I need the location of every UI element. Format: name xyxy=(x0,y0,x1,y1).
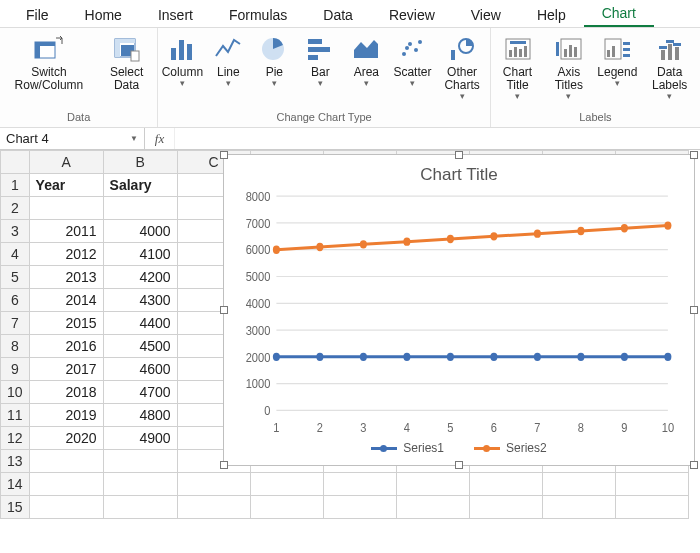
cell[interactable] xyxy=(615,473,688,496)
formula-input[interactable] xyxy=(175,128,700,149)
cell[interactable] xyxy=(615,496,688,519)
row-header[interactable]: 12 xyxy=(1,427,30,450)
row-header[interactable]: 10 xyxy=(1,381,30,404)
other-charts-button[interactable]: Other Charts▾ xyxy=(436,32,487,102)
cell[interactable] xyxy=(396,473,469,496)
cell[interactable]: 4700 xyxy=(103,381,177,404)
tab-insert[interactable]: Insert xyxy=(140,3,211,27)
fx-label[interactable]: fx xyxy=(145,128,175,149)
cell[interactable] xyxy=(29,473,103,496)
tab-view[interactable]: View xyxy=(453,3,519,27)
cell[interactable] xyxy=(542,473,615,496)
row-header[interactable]: 7 xyxy=(1,312,30,335)
cell[interactable]: 4200 xyxy=(103,266,177,289)
tab-review[interactable]: Review xyxy=(371,3,453,27)
chart-legend[interactable]: Series1 Series2 xyxy=(230,441,688,459)
scatter-button[interactable]: Scatter▾ xyxy=(390,32,434,92)
cell[interactable] xyxy=(29,496,103,519)
cell[interactable] xyxy=(250,496,323,519)
data-labels-button[interactable]: Data Labels▾ xyxy=(641,32,698,102)
cell[interactable]: 4100 xyxy=(103,243,177,266)
cell[interactable]: 2012 xyxy=(29,243,103,266)
resize-handle[interactable] xyxy=(220,151,228,159)
tab-formulas[interactable]: Formulas xyxy=(211,3,305,27)
resize-handle[interactable] xyxy=(690,151,698,159)
row-header[interactable]: 8 xyxy=(1,335,30,358)
embedded-chart[interactable]: Chart Title 0100020003000400050006000700… xyxy=(223,154,695,466)
cell[interactable]: 4300 xyxy=(103,289,177,312)
name-box[interactable]: Chart 4 ▼ xyxy=(0,128,145,149)
cell[interactable]: 2018 xyxy=(29,381,103,404)
cell[interactable] xyxy=(29,197,103,220)
cell[interactable] xyxy=(103,496,177,519)
legend-item[interactable]: Series1 xyxy=(371,441,444,455)
chart-title-button[interactable]: Chart Title▾ xyxy=(493,32,543,102)
cell[interactable] xyxy=(323,473,396,496)
row-header[interactable]: 3 xyxy=(1,220,30,243)
line-button[interactable]: Line▾ xyxy=(206,32,250,92)
tab-home[interactable]: Home xyxy=(67,3,140,27)
cell[interactable] xyxy=(469,473,542,496)
row-header[interactable]: 6 xyxy=(1,289,30,312)
cell[interactable]: 4500 xyxy=(103,335,177,358)
cell[interactable]: 2016 xyxy=(29,335,103,358)
row-header[interactable]: 1 xyxy=(1,174,30,197)
cell[interactable] xyxy=(250,473,323,496)
cell[interactable] xyxy=(103,450,177,473)
legend-item[interactable]: Series2 xyxy=(474,441,547,455)
tab-data[interactable]: Data xyxy=(305,3,371,27)
resize-handle[interactable] xyxy=(690,306,698,314)
row-header[interactable]: 15 xyxy=(1,496,30,519)
cell[interactable] xyxy=(29,450,103,473)
row-header[interactable]: 13 xyxy=(1,450,30,473)
area-button[interactable]: Area▾ xyxy=(344,32,388,92)
cell[interactable]: 2013 xyxy=(29,266,103,289)
cell[interactable]: 2020 xyxy=(29,427,103,450)
resize-handle[interactable] xyxy=(220,306,228,314)
axis-titles-button[interactable]: Axis Titles▾ xyxy=(544,32,593,102)
cell[interactable]: 2011 xyxy=(29,220,103,243)
row-header[interactable]: 5 xyxy=(1,266,30,289)
bar-button[interactable]: Bar▾ xyxy=(298,32,342,92)
resize-handle[interactable] xyxy=(220,461,228,469)
cell[interactable]: Salary xyxy=(103,174,177,197)
chart-title[interactable]: Chart Title xyxy=(230,161,688,187)
cell[interactable] xyxy=(177,473,250,496)
cell[interactable]: 2017 xyxy=(29,358,103,381)
cell[interactable]: 2019 xyxy=(29,404,103,427)
cell[interactable]: 4000 xyxy=(103,220,177,243)
tab-chart[interactable]: Chart xyxy=(584,1,654,27)
cell[interactable] xyxy=(177,496,250,519)
row-header[interactable]: 2 xyxy=(1,197,30,220)
cell[interactable] xyxy=(103,473,177,496)
cell[interactable]: 4900 xyxy=(103,427,177,450)
column-header[interactable]: A xyxy=(29,151,103,174)
legend-button[interactable]: Legend▾ xyxy=(595,32,639,92)
cell[interactable]: 4600 xyxy=(103,358,177,381)
cell[interactable] xyxy=(323,496,396,519)
switch-row-col-button[interactable]: Switch Row/Column xyxy=(2,32,96,92)
cell[interactable] xyxy=(542,496,615,519)
column-header[interactable]: B xyxy=(103,151,177,174)
cell[interactable]: 4400 xyxy=(103,312,177,335)
tab-file[interactable]: File xyxy=(8,3,67,27)
cell[interactable]: 2014 xyxy=(29,289,103,312)
resize-handle[interactable] xyxy=(455,461,463,469)
row-header[interactable]: 11 xyxy=(1,404,30,427)
column-button[interactable]: Column▾ xyxy=(160,32,204,92)
cell[interactable]: Year xyxy=(29,174,103,197)
row-header[interactable]: 4 xyxy=(1,243,30,266)
row-header[interactable]: 14 xyxy=(1,473,30,496)
cell[interactable]: 2015 xyxy=(29,312,103,335)
resize-handle[interactable] xyxy=(690,461,698,469)
select-all-cell[interactable] xyxy=(1,151,30,174)
row-header[interactable]: 9 xyxy=(1,358,30,381)
select-data-button[interactable]: Select Data xyxy=(98,32,156,92)
resize-handle[interactable] xyxy=(455,151,463,159)
cell[interactable] xyxy=(396,496,469,519)
cell[interactable] xyxy=(469,496,542,519)
chart-plot-area[interactable]: 0100020003000400050006000700080001234567… xyxy=(234,189,678,439)
tab-help[interactable]: Help xyxy=(519,3,584,27)
cell[interactable]: 4800 xyxy=(103,404,177,427)
cell[interactable] xyxy=(103,197,177,220)
